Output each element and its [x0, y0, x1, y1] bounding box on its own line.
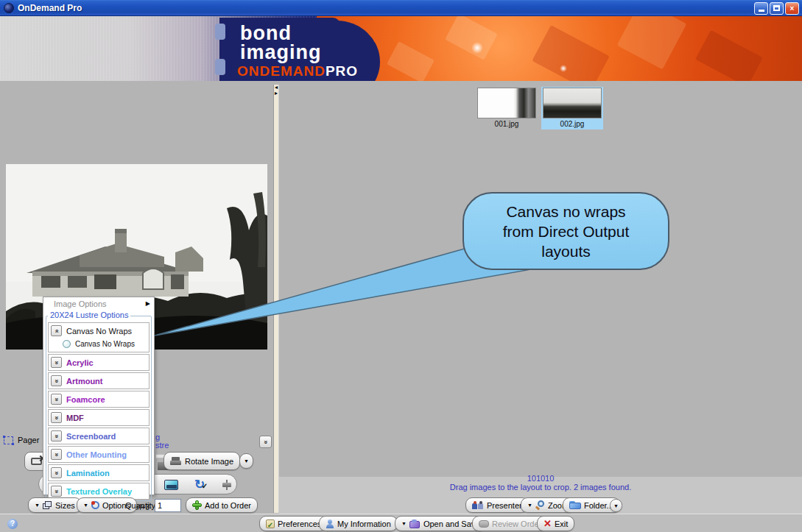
rotate-image-dropdown[interactable]: ▼ — [239, 453, 253, 469]
flip-icon — [31, 458, 42, 465]
product-name: ONDEMANDPRO — [237, 63, 358, 79]
image-options-panel: Image Options ▶ 20X24 Lustre Options » C… — [43, 297, 155, 495]
section-canvas-no-wraps: » Canvas No Wraps Canvas No Wraps — [48, 322, 150, 352]
status-message: Drag images to the layout to crop. 2 ima… — [279, 483, 802, 492]
expand-down-icon[interactable]: » — [51, 412, 62, 423]
clipped-text-2: stre — [155, 441, 169, 450]
submenu-arrow-icon: ▶ — [146, 300, 150, 307]
thumbnail-002-image[interactable] — [543, 88, 602, 118]
sizes-icon — [43, 501, 52, 509]
dropdown-arrow-icon: ▼ — [83, 503, 88, 508]
expand-down-icon[interactable]: » — [51, 430, 62, 441]
preferences-button[interactable]: ✓ Preferences — [259, 516, 328, 531]
review-order-icon — [479, 520, 489, 528]
radio-canvas-no-wraps[interactable]: Canvas No Wraps — [51, 337, 147, 350]
section-label[interactable]: Foamcore — [66, 395, 105, 404]
section-lamination: » Lamination — [48, 464, 150, 481]
collapse-up-icon[interactable]: » — [51, 325, 62, 336]
expand-down-icon[interactable]: » — [51, 449, 62, 460]
image-tool-icon[interactable] — [164, 480, 178, 490]
brand-text-imaging: imaging — [240, 41, 322, 64]
magnifier-icon — [535, 500, 545, 510]
my-information-button[interactable]: My Information — [319, 516, 398, 531]
section-label[interactable]: Lamination — [66, 469, 110, 478]
thumbnail-001-label: 001.jpg — [477, 120, 536, 128]
section-label[interactable]: Artmount — [66, 377, 103, 386]
expand-down-icon[interactable]: » — [51, 467, 62, 478]
banner-art — [317, 16, 802, 81]
radio-icon[interactable] — [63, 340, 71, 348]
preferences-icon: ✓ — [266, 519, 275, 528]
window-title: OnDemand Pro — [18, 3, 82, 13]
section-acrylic: » Acrylic — [48, 354, 150, 371]
expand-down-icon[interactable]: » — [51, 394, 62, 405]
dropdown-arrow-icon: ▼ — [401, 521, 407, 526]
section-other-mounting: » Other Mounting — [48, 446, 150, 463]
quantity-input[interactable] — [155, 499, 181, 512]
section-label[interactable]: Textured Overlay — [66, 487, 132, 496]
bond-imaging-logo: bond imaging ONDEMANDPRO — [219, 18, 340, 81]
callout-bubble: Canvas no wraps from Direct Output layou… — [462, 192, 669, 270]
person-icon — [326, 519, 334, 528]
section-label[interactable]: Canvas No Wraps — [66, 327, 132, 336]
exit-button[interactable]: ✕ Exit — [537, 516, 574, 531]
collapse-section-button[interactable]: » — [259, 436, 272, 448]
app-icon — [4, 3, 14, 13]
panel-splitter[interactable] — [273, 85, 279, 513]
thumbnail-001-image[interactable] — [477, 88, 536, 118]
maximize-button[interactable] — [770, 2, 784, 15]
section-label[interactable]: Screenboard — [66, 432, 116, 441]
section-foamcore: » Foamcore — [48, 391, 150, 408]
dropdown-arrow-icon: ▼ — [244, 458, 249, 464]
dropdown-arrow-icon: ▼ — [527, 503, 532, 508]
rotate-image-button[interactable]: Rotate Image — [163, 452, 240, 470]
pager-icon — [4, 436, 13, 444]
close-button[interactable]: × — [785, 2, 799, 15]
callout-line-1: Canvas no wraps — [506, 202, 625, 221]
rotate-cycle-icon[interactable]: ↻✓ — [194, 478, 205, 491]
options-icon — [91, 501, 99, 509]
callout-line-2: from Direct Output — [503, 221, 630, 241]
brand-banner: bond imaging ONDEMANDPRO — [0, 16, 802, 81]
section-screenboard: » Screenboard — [48, 428, 150, 444]
sizes-button[interactable]: ▼ Sizes — [28, 497, 82, 513]
section-label[interactable]: MDF — [66, 414, 84, 422]
image-options-header[interactable]: Image Options ▶ — [43, 297, 154, 310]
presenter-icon — [472, 501, 484, 509]
dropdown-arrow-icon: ▼ — [35, 503, 40, 508]
section-artmount: » Artmount — [48, 372, 150, 389]
expand-down-icon[interactable]: » — [51, 375, 62, 386]
open-save-icon — [409, 519, 421, 528]
splitter-collapse-icon[interactable]: ◂ ▸ — [272, 85, 280, 96]
minimize-button[interactable] — [754, 2, 768, 15]
quantity-label: Quantity — [125, 501, 155, 510]
callout-line-3: layouts — [541, 241, 591, 261]
exit-x-icon: ✕ — [544, 518, 552, 529]
folder-icon — [569, 501, 581, 509]
expand-down-icon[interactable]: » — [51, 357, 62, 368]
dropdown-arrow-icon: ▼ — [613, 503, 619, 508]
thumbnail-002-label: 002.jpg — [543, 120, 602, 128]
presenter-button[interactable]: Presenter — [465, 497, 529, 513]
section-mdf: » MDF — [48, 409, 150, 426]
pager-label: Pager — [18, 436, 39, 444]
options-group-title: 20X24 Lustre Options — [48, 311, 130, 319]
expand-down-icon[interactable]: » — [51, 486, 62, 497]
add-to-order-button[interactable]: Add to Order — [186, 497, 258, 513]
rotate-image-icon — [170, 457, 182, 465]
order-number: 101010 — [279, 474, 802, 483]
app-window: OnDemand Pro × bond imaging ONDEMANDPRO — [0, 0, 802, 532]
print-align-icon[interactable] — [221, 480, 233, 490]
section-label[interactable]: Other Mounting — [66, 450, 127, 459]
title-bar: OnDemand Pro × — [0, 0, 802, 16]
thumbnail-001[interactable]: 001.jpg — [476, 87, 538, 130]
folder-dropdown[interactable]: ▼ — [610, 499, 622, 512]
help-icon[interactable]: ? — [7, 519, 18, 529]
section-label[interactable]: Acrylic — [66, 358, 94, 367]
thumbnail-002[interactable]: 002.jpg — [541, 87, 603, 130]
add-plus-icon — [192, 500, 202, 510]
